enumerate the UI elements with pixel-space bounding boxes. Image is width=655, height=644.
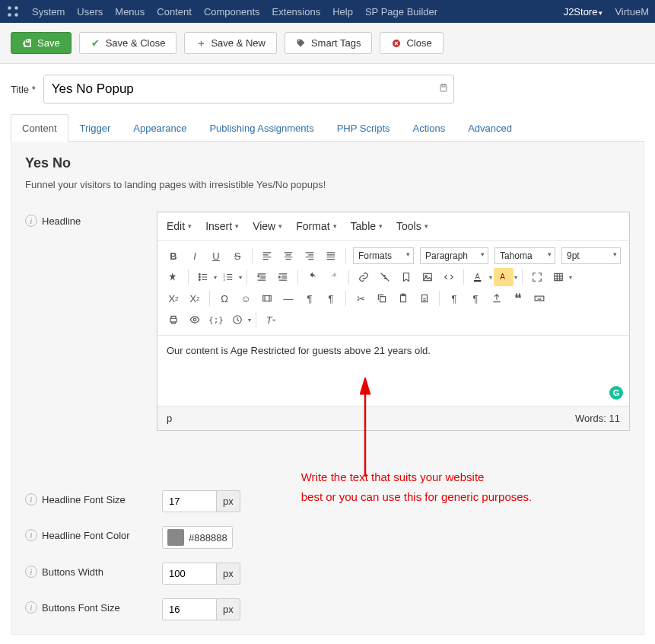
formats-select[interactable]: Formats	[353, 247, 414, 264]
textcolor-icon[interactable]: A	[469, 268, 488, 286]
buttons-width-input[interactable]	[162, 563, 217, 585]
info-icon[interactable]: i	[25, 566, 37, 578]
menu-edit[interactable]: Edit▾	[167, 220, 192, 232]
media-icon[interactable]	[257, 289, 277, 308]
specialchar-icon[interactable]: Ω	[215, 289, 234, 308]
number-list-icon[interactable]: 123	[218, 268, 238, 286]
bullet-list-icon[interactable]	[193, 268, 213, 286]
close-icon	[391, 38, 402, 49]
svg-text:A: A	[500, 273, 505, 281]
menu-table[interactable]: Table▾	[351, 220, 383, 232]
rtl-para-icon[interactable]: ¶	[321, 289, 341, 308]
nav-sppagebuilder[interactable]: SP Page Builder	[365, 6, 437, 18]
underline-icon[interactable]: U	[206, 247, 226, 265]
ltr-dir-icon[interactable]: ¶	[444, 289, 464, 308]
grammarly-icon[interactable]: G	[609, 386, 623, 400]
tab-trigger[interactable]: Trigger	[68, 114, 122, 142]
tab-content[interactable]: Content	[11, 114, 68, 142]
paste-icon[interactable]	[393, 289, 413, 308]
menu-tools[interactable]: Tools▾	[396, 220, 428, 232]
menu-view[interactable]: View▾	[253, 220, 282, 232]
editor-path[interactable]: p	[167, 413, 172, 424]
svg-text:3: 3	[224, 278, 226, 282]
unlink-icon[interactable]	[375, 268, 395, 286]
datetime-icon[interactable]	[227, 311, 247, 329]
bgcolor-icon[interactable]: A	[494, 268, 514, 286]
align-left-icon[interactable]	[257, 247, 277, 265]
code-icon[interactable]	[439, 268, 459, 286]
redo-icon[interactable]	[324, 268, 344, 286]
strike-icon[interactable]: S	[227, 247, 247, 265]
fullscreen-icon[interactable]	[527, 268, 547, 286]
field-label-text: Buttons Width	[42, 566, 103, 578]
title-input[interactable]	[43, 75, 454, 104]
fontsize-select[interactable]: 9pt	[561, 247, 621, 264]
bold-icon[interactable]: B	[164, 247, 183, 265]
emoji-icon[interactable]: ☺	[236, 289, 256, 308]
tab-php[interactable]: PHP Scripts	[326, 114, 402, 142]
align-center-icon[interactable]	[278, 247, 298, 265]
headline-font-size-input[interactable]	[162, 490, 217, 512]
nav-users[interactable]: Users	[77, 6, 103, 18]
table-icon[interactable]	[548, 268, 568, 286]
save-button[interactable]: Save	[11, 32, 72, 54]
menu-insert[interactable]: Insert▾	[205, 220, 239, 232]
hr-icon[interactable]: —	[278, 289, 298, 308]
color-picker[interactable]: #888888	[162, 526, 233, 549]
align-justify-icon[interactable]	[321, 247, 341, 265]
find-icon[interactable]	[164, 268, 183, 286]
info-icon[interactable]: i	[25, 215, 37, 227]
panel-heading: Yes No	[25, 155, 630, 171]
link-icon[interactable]	[354, 268, 374, 286]
tab-publishing[interactable]: Publishing Assignments	[198, 114, 325, 142]
buttons-font-size-input[interactable]	[162, 598, 217, 620]
keyboard-icon[interactable]	[529, 289, 549, 308]
save-close-button[interactable]: ✔ Save & Close	[79, 32, 177, 54]
info-icon[interactable]: i	[25, 493, 37, 505]
info-icon[interactable]: i	[25, 529, 37, 541]
font-select[interactable]: Tahoma	[494, 247, 555, 264]
image-icon[interactable]	[418, 268, 437, 286]
cut-icon[interactable]: ✂	[351, 289, 370, 308]
superscript-icon[interactable]: X2	[185, 289, 205, 308]
close-button[interactable]: Close	[380, 32, 443, 54]
rtl-dir-icon[interactable]: ¶	[466, 289, 485, 308]
headline-label: Headline	[42, 215, 81, 227]
upload-icon[interactable]	[487, 289, 507, 308]
subscript-icon[interactable]: X2	[164, 289, 183, 308]
bookmark-icon[interactable]	[396, 268, 416, 286]
tab-advanced[interactable]: Advanced	[456, 114, 523, 142]
tab-appearance[interactable]: Appearance	[122, 114, 198, 142]
blockquote-icon[interactable]: ❝	[508, 289, 528, 308]
smart-tags-button[interactable]: Smart Tags	[285, 32, 373, 54]
nav-extensions[interactable]: Extensions	[272, 6, 321, 18]
nav-system[interactable]: System	[32, 6, 65, 18]
menu-format[interactable]: Format▾	[296, 220, 336, 232]
save-new-button[interactable]: ＋ Save & New	[184, 32, 277, 54]
nav-j2store[interactable]: J2Store▾	[564, 6, 603, 18]
paragraph-select[interactable]: Paragraph	[420, 247, 488, 264]
nav-virtuemart[interactable]: VirtueM	[615, 6, 649, 18]
outdent-icon[interactable]	[252, 268, 272, 286]
ltr-icon[interactable]: ¶	[300, 289, 320, 308]
info-icon[interactable]: i	[25, 601, 37, 614]
print-icon[interactable]	[164, 311, 183, 329]
preview-icon[interactable]	[185, 311, 205, 329]
align-right-icon[interactable]	[300, 247, 320, 265]
clearformat-icon[interactable]: T×	[261, 311, 281, 329]
copy-icon[interactable]	[372, 289, 392, 308]
italic-icon[interactable]: I	[185, 247, 205, 265]
smart-tags-label: Smart Tags	[311, 37, 361, 49]
nav-content[interactable]: Content	[157, 6, 192, 18]
indent-icon[interactable]	[273, 268, 293, 286]
codeblock-icon[interactable]: {;}	[206, 311, 226, 329]
save-inline-icon[interactable]	[439, 83, 448, 96]
tab-actions[interactable]: Actions	[402, 114, 457, 142]
field-headline-font-size: i Headline Font Size px Write the text t…	[25, 490, 630, 512]
nav-menus[interactable]: Menus	[115, 6, 145, 18]
editor-content[interactable]: Our content is Age Restricted for guests…	[157, 336, 629, 406]
nav-help[interactable]: Help	[332, 6, 353, 18]
undo-icon[interactable]	[303, 268, 323, 286]
pastetext-icon[interactable]	[415, 289, 434, 308]
nav-components[interactable]: Components	[204, 6, 260, 18]
